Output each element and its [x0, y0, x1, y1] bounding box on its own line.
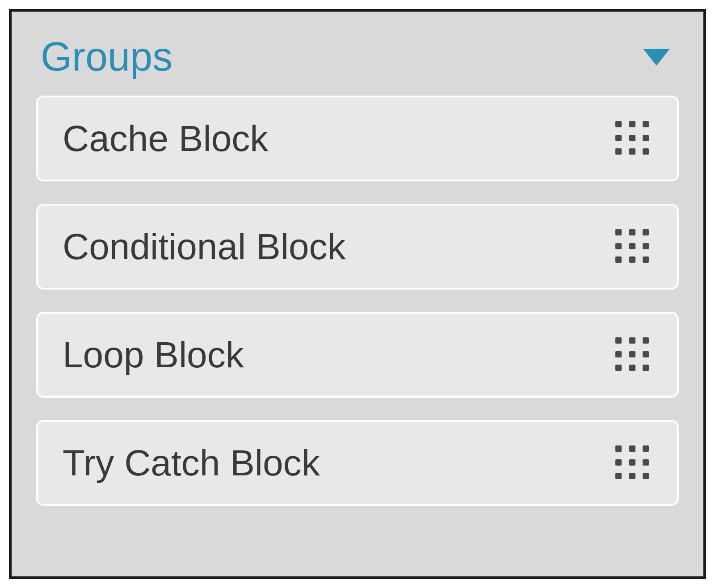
item-label: Cache Block	[63, 118, 268, 160]
item-label: Try Catch Block	[63, 442, 320, 484]
drag-handle-icon[interactable]	[615, 121, 650, 156]
groups-panel: Groups Cache Block Conditional Block Loo…	[9, 9, 706, 579]
item-label: Conditional Block	[63, 226, 346, 268]
item-cache-block[interactable]: Cache Block	[36, 96, 679, 181]
drag-handle-icon[interactable]	[615, 229, 650, 264]
panel-header: Groups	[36, 29, 679, 93]
item-try-catch-block[interactable]: Try Catch Block	[36, 420, 679, 506]
collapse-icon[interactable]	[643, 49, 670, 66]
drag-handle-icon[interactable]	[615, 445, 650, 480]
item-conditional-block[interactable]: Conditional Block	[36, 204, 679, 290]
item-label: Loop Block	[63, 334, 244, 376]
items-container: Cache Block Conditional Block Loop Block	[36, 93, 679, 508]
panel-title: Groups	[41, 34, 172, 80]
item-loop-block[interactable]: Loop Block	[36, 312, 679, 398]
drag-handle-icon[interactable]	[615, 337, 650, 372]
